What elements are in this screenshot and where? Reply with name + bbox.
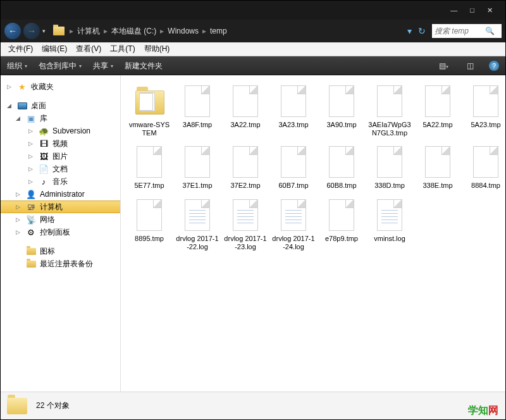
- file-icon: [329, 199, 354, 231]
- watermark: 学知网: [468, 404, 498, 417]
- file-item[interactable]: vminst.log: [367, 198, 412, 251]
- file-item[interactable]: drvlog 2017-1-23.log: [223, 198, 268, 251]
- menu-tools[interactable]: 工具(T): [106, 42, 139, 56]
- file-item[interactable]: 5A23.tmp: [464, 84, 505, 137]
- history-dropdown[interactable]: ▾: [42, 28, 46, 34]
- file-item[interactable]: drvlog 2017-1-24.log: [271, 198, 316, 251]
- menu-edit[interactable]: 编辑(E): [38, 42, 71, 56]
- file-item[interactable]: 3A90.tmp: [319, 84, 364, 137]
- file-label: 3AEIa7WpG3N7GL3.tmp: [367, 121, 412, 137]
- chevron-icon[interactable]: ▸: [70, 27, 73, 35]
- file-label: 3A23.tmp: [278, 121, 308, 129]
- folder-icon: [53, 27, 65, 35]
- tree-music[interactable]: ▷♪音乐: [1, 175, 120, 188]
- include-in-library-button[interactable]: 包含到库中▾: [39, 61, 82, 71]
- command-bar: 组织▾ 包含到库中▾ 共享▾ 新建文件夹 ▤▾ ◫ ?: [1, 56, 505, 75]
- tree-documents[interactable]: ▷📄文档: [1, 163, 120, 175]
- file-label: 5A23.tmp: [471, 121, 500, 129]
- file-icon: [281, 85, 306, 117]
- preview-pane-button[interactable]: ◫: [462, 61, 478, 70]
- file-item[interactable]: vmware-SYSTEM: [127, 84, 171, 137]
- file-label: 37E2.tmp: [230, 182, 260, 190]
- new-folder-button[interactable]: 新建文件夹: [125, 61, 163, 71]
- tree-pictures[interactable]: ▷🖼图片: [1, 150, 120, 163]
- text-file-icon: [185, 199, 210, 231]
- refresh-icon[interactable]: ↻: [418, 26, 426, 36]
- file-label: 8895.tmp: [135, 235, 164, 243]
- nav-bar: ← → ▾ ▸ 计算机 ▸ 本地磁盘 (C:) ▸ Windows ▸ temp…: [1, 20, 505, 42]
- text-file-icon: [233, 199, 258, 231]
- file-list-pane[interactable]: vmware-SYSTEM3A8F.tmp3A22.tmp3A23.tmp3A9…: [121, 75, 505, 392]
- folder-icon: [135, 90, 164, 114]
- share-button[interactable]: 共享▾: [93, 61, 113, 71]
- file-item[interactable]: 338E.tmp: [416, 145, 460, 190]
- titlebar[interactable]: — □ ✕: [1, 1, 505, 20]
- maximize-button[interactable]: □: [464, 4, 481, 16]
- file-item[interactable]: 5A22.tmp: [416, 84, 460, 137]
- forward-button[interactable]: →: [23, 23, 40, 39]
- file-label: 8884.tmp: [471, 182, 500, 190]
- search-icon[interactable]: 🔍: [485, 27, 495, 35]
- tree-control-panel[interactable]: ▷⚙控制面板: [1, 226, 120, 238]
- file-icon: [473, 85, 498, 117]
- file-item[interactable]: 60B8.tmp: [319, 145, 364, 190]
- file-item[interactable]: 3A22.tmp: [223, 84, 268, 137]
- text-file-icon: [281, 199, 306, 231]
- file-item[interactable]: 8895.tmp: [127, 198, 171, 251]
- menu-help[interactable]: 帮助(H): [140, 42, 174, 56]
- tree-favorites[interactable]: ▷★收藏夹: [1, 80, 120, 93]
- tree-libraries[interactable]: ◢▣库: [1, 112, 120, 125]
- file-item[interactable]: drvlog 2017-1-22.log: [175, 198, 219, 251]
- file-item[interactable]: 37E2.tmp: [223, 145, 268, 190]
- file-item[interactable]: 37E1.tmp: [175, 145, 219, 190]
- tree-icons-folder[interactable]: 图标: [1, 245, 120, 257]
- file-label: 5A22.tmp: [423, 121, 452, 129]
- file-item[interactable]: 3A23.tmp: [271, 84, 316, 137]
- tree-videos[interactable]: ▷🎞视频: [1, 137, 120, 150]
- view-mode-button[interactable]: ▤▾: [436, 61, 451, 70]
- file-label: 338D.tmp: [374, 182, 405, 190]
- text-file-icon: [377, 199, 402, 231]
- tree-reg-backup-folder[interactable]: 最近注册表备份: [1, 257, 120, 270]
- file-icon: [137, 199, 162, 231]
- tree-administrator[interactable]: ▷👤Administrator: [1, 188, 120, 201]
- file-label: 37E1.tmp: [182, 182, 212, 190]
- menu-file[interactable]: 文件(F): [4, 42, 37, 56]
- tree-subversion[interactable]: ▷🐢Subversion: [1, 125, 120, 137]
- back-button[interactable]: ←: [4, 23, 21, 39]
- file-icon: [233, 85, 258, 117]
- close-button[interactable]: ✕: [481, 4, 499, 17]
- crumb-windows[interactable]: Windows: [168, 27, 199, 35]
- file-item[interactable]: 8884.tmp: [464, 145, 505, 190]
- tree-desktop[interactable]: ◢桌面: [1, 99, 120, 112]
- file-label: drvlog 2017-1-22.log: [175, 235, 219, 251]
- file-icon: [425, 146, 450, 178]
- file-item[interactable]: e78p9.tmp: [319, 198, 364, 251]
- search-box[interactable]: 🔍: [432, 24, 502, 38]
- help-button[interactable]: ?: [489, 61, 499, 71]
- file-item[interactable]: 60B7.tmp: [271, 145, 316, 190]
- caret-down-icon[interactable]: ▾: [407, 26, 412, 36]
- file-label: vmware-SYSTEM: [127, 121, 171, 137]
- explorer-window: — □ ✕ ← → ▾ ▸ 计算机 ▸ 本地磁盘 (C:) ▸ Windows …: [0, 0, 506, 420]
- file-item[interactable]: 3A8F.tmp: [175, 84, 219, 137]
- crumb-temp[interactable]: temp: [210, 27, 227, 35]
- crumb-computer[interactable]: 计算机: [77, 26, 100, 37]
- file-icon: [233, 146, 258, 178]
- file-icon: [185, 85, 210, 117]
- tree-computer[interactable]: ▷🖳计算机: [1, 201, 120, 213]
- file-item[interactable]: 338D.tmp: [367, 145, 412, 190]
- organize-button[interactable]: 组织▾: [7, 61, 27, 71]
- search-input[interactable]: [435, 27, 485, 35]
- breadcrumb[interactable]: ▸ 计算机 ▸ 本地磁盘 (C:) ▸ Windows ▸ temp: [70, 26, 401, 37]
- file-label: 3A90.tmp: [326, 121, 356, 129]
- menu-bar: 文件(F) 编辑(E) 查看(V) 工具(T) 帮助(H): [1, 42, 505, 56]
- minimize-button[interactable]: —: [444, 4, 464, 16]
- file-item[interactable]: 3AEIa7WpG3N7GL3.tmp: [367, 84, 412, 137]
- tree-network[interactable]: ▷📡网络: [1, 213, 120, 226]
- crumb-drive-c[interactable]: 本地磁盘 (C:): [111, 26, 156, 37]
- status-bar: 22 个对象: [1, 392, 505, 419]
- file-label: drvlog 2017-1-23.log: [223, 235, 268, 251]
- file-item[interactable]: 5E77.tmp: [127, 145, 171, 190]
- menu-view[interactable]: 查看(V): [72, 42, 105, 56]
